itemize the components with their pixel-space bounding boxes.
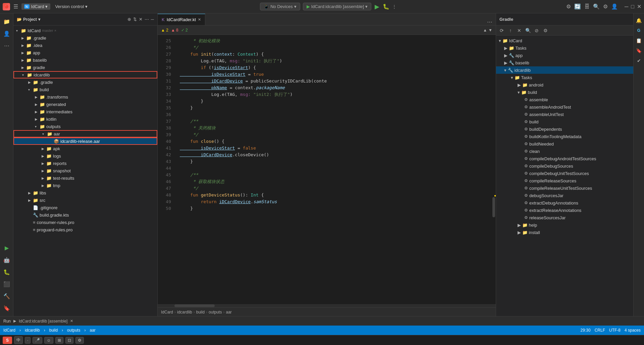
- rtree-debugsourcesjar[interactable]: ⚙ debugSourcesJar: [496, 192, 633, 199]
- sync-icon[interactable]: 🔄: [574, 3, 581, 10]
- activity-bug-icon[interactable]: 🐛: [1, 267, 12, 277]
- rtree-android[interactable]: ▶ 📁 android: [496, 81, 633, 89]
- tree-item-proguard-rules[interactable]: ≡ proguard-rules.pro: [13, 226, 157, 233]
- database-icon[interactable]: 🗄: [584, 4, 590, 10]
- rtree-extractreleaseannotations[interactable]: ⚙ extractReleaseAnnotations: [496, 207, 633, 214]
- status-position[interactable]: 29:30: [581, 328, 591, 333]
- tree-item-gitignore[interactable]: 📄 .gitignore: [13, 204, 157, 211]
- collapse-code-icon[interactable]: ▼: [488, 28, 492, 33]
- minimize-sidebar-icon[interactable]: ─: [151, 17, 154, 22]
- editor-scrollbar[interactable]: [492, 35, 496, 304]
- status-project[interactable]: IdCard: [3, 328, 15, 333]
- status-indent[interactable]: 4 spaces: [625, 328, 641, 333]
- rtree-idcard[interactable]: ▾ 📁 IdCard: [496, 37, 633, 44]
- find-usages-icon[interactable]: ⚙: [566, 3, 571, 10]
- tree-item-logs[interactable]: ▶ 📁 logs: [13, 152, 157, 160]
- status-aar[interactable]: aar: [90, 328, 95, 333]
- tree-item-reports[interactable]: ▶ 📁 reports: [13, 160, 157, 167]
- tree-item-idea[interactable]: ▶ 📁 .idea: [13, 42, 157, 49]
- status-encoding[interactable]: UTF-8: [609, 328, 621, 333]
- rtree-app[interactable]: ▶ 🔧 app: [496, 52, 633, 59]
- run-button[interactable]: ▶: [374, 2, 380, 11]
- ime-toolbar1-button[interactable]: ⊞: [55, 337, 63, 344]
- activity-vcs-icon[interactable]: 👤: [1, 28, 12, 39]
- editor-tab-idcardrader[interactable]: K IdCardRader.kt ✕: [158, 14, 205, 25]
- tree-item-consumer-rules[interactable]: ≡ consumer-rules.pro: [13, 219, 157, 226]
- rtree-compiledebugsorces[interactable]: ⚙ compileDebugSources: [496, 162, 633, 170]
- project-badge[interactable]: Ic IdCard ▾: [21, 3, 50, 10]
- tree-item-tmp[interactable]: ▶ 📁 tmp: [13, 182, 157, 189]
- status-outputs[interactable]: outputs: [67, 328, 80, 333]
- tree-item-outputs[interactable]: ▾ 📁 outputs: [13, 123, 157, 130]
- ime-lang-button[interactable]: 中: [14, 336, 23, 344]
- rtree-compiledebugandroidtestsources[interactable]: ⚙ compileDebugAndroidTestSources: [496, 155, 633, 162]
- activity-build-icon[interactable]: 🔨: [1, 291, 12, 301]
- version-control-button[interactable]: Version control ▾: [52, 3, 90, 10]
- close-sidebar-icon[interactable]: ✕: [139, 17, 143, 22]
- rtree-releasesourcesjar[interactable]: ⚙ releaseSourcesJar: [496, 214, 633, 221]
- account-icon[interactable]: 👤: [611, 3, 618, 10]
- tree-item-aar[interactable]: ▾ 📁 aar: [13, 130, 157, 137]
- settings-icon[interactable]: ⚙: [603, 3, 608, 10]
- tree-item-generated[interactable]: ▶ 📁 generated: [13, 101, 157, 108]
- breadcrumb-idcard[interactable]: IdCard: [161, 310, 173, 314]
- rtree-build-tasks[interactable]: ▾ 📁 build: [496, 89, 633, 96]
- activity-terminal-icon[interactable]: ⬛: [1, 279, 12, 289]
- tree-item-intermediates[interactable]: ▶ 📁 intermediates: [13, 108, 157, 115]
- tree-item-test-results[interactable]: ▶ 📁 test-results: [13, 174, 157, 182]
- project-dropdown-arrow[interactable]: ▾: [38, 17, 40, 22]
- activity-git-icon[interactable]: ⋯: [1, 40, 12, 51]
- activity-android-icon[interactable]: 🤖: [1, 254, 12, 265]
- gradle-expand-all-icon[interactable]: ↑: [507, 27, 514, 34]
- tree-item-idcardlib[interactable]: ▾ 📁 idcardlib: [13, 71, 157, 78]
- tree-item-idcardlib-gradle[interactable]: ▶ 📁 .gradle: [13, 78, 157, 86]
- activity-run-icon[interactable]: ▶: [1, 242, 12, 253]
- rtree-help[interactable]: ▶ 📁 help: [496, 221, 633, 229]
- tree-item-build-gradle[interactable]: 🔧 build.gradle.kts: [13, 211, 157, 219]
- rtree-install[interactable]: ▶ 📁 install: [496, 229, 633, 236]
- todo-icon[interactable]: ✔: [635, 56, 643, 65]
- search-icon[interactable]: 🔍: [593, 3, 600, 10]
- gradle-filter-icon[interactable]: ⊘: [533, 27, 540, 34]
- tree-item-app[interactable]: ▶ 📁 app: [13, 49, 157, 56]
- rtree-compiledebugunitestsources[interactable]: ⚙ compileDebugUnitTestSources: [496, 170, 633, 177]
- ime-emoji-button[interactable]: ☺: [44, 337, 53, 344]
- more-tabs-button[interactable]: ⋯: [484, 19, 496, 25]
- breadcrumb-aar[interactable]: aar: [226, 310, 231, 314]
- more-run-options[interactable]: ⋮: [392, 4, 396, 9]
- expand-code-icon[interactable]: ▲: [483, 28, 487, 33]
- rtree-baselib[interactable]: ▶ 🔧 baselib: [496, 59, 633, 66]
- rtree-extractdebugannotations[interactable]: ⚙ extractDebugAnnotations: [496, 199, 633, 207]
- tab-close-icon[interactable]: ✕: [198, 17, 201, 22]
- ime-toolbar2-button[interactable]: ⊡: [65, 337, 73, 344]
- bookmarks-icon[interactable]: 🔖: [635, 46, 643, 55]
- minimize-button[interactable]: ─: [625, 4, 628, 10]
- hamburger-button[interactable]: ☰: [12, 2, 19, 11]
- status-line-ending[interactable]: CRLF: [595, 328, 605, 333]
- rtree-assembleunittest[interactable]: ⚙ assembleUnitTest: [496, 111, 633, 118]
- structure-icon[interactable]: 📋: [635, 36, 643, 45]
- tree-item-libs[interactable]: ▶ 📁 libs: [13, 189, 157, 196]
- expand-all-icon[interactable]: ⇅: [133, 17, 137, 22]
- tree-item-build[interactable]: ▾ 📁 build: [13, 86, 157, 93]
- rtree-idcardlib[interactable]: ▾ 🔧 idcardlib: [496, 66, 633, 74]
- scrollbar-thumb[interactable]: [492, 197, 495, 217]
- maximize-button[interactable]: □: [631, 4, 634, 10]
- rtree-builddependents[interactable]: ⚙ buildDependents: [496, 125, 633, 133]
- gradle-right-icon[interactable]: G: [635, 26, 643, 35]
- horizontal-scrollbar[interactable]: [158, 304, 496, 307]
- debug-button[interactable]: 🐛: [383, 3, 389, 10]
- tree-item-baselib[interactable]: ▶ 📁 baselib: [13, 56, 157, 64]
- ime-mic-button[interactable]: 🎤: [33, 337, 42, 344]
- ime-punct-button[interactable]: ·: [25, 337, 31, 344]
- gradle-settings-icon[interactable]: ⚙: [542, 27, 549, 34]
- breadcrumb-build[interactable]: build: [196, 310, 205, 314]
- close-button[interactable]: ✕: [637, 3, 641, 10]
- tree-item-kotlin[interactable]: ▶ 📁 kotlin: [13, 115, 157, 123]
- gradle-collapse-all-icon[interactable]: ✕: [516, 27, 523, 34]
- tree-item-aar-file[interactable]: 📦 idcardlib-release.aar: [13, 137, 157, 145]
- no-devices-button[interactable]: 📱 No Devices ▾: [260, 3, 300, 10]
- notifications-icon[interactable]: 🔔: [635, 16, 643, 25]
- breadcrumb-idcardlib[interactable]: idcardlib: [177, 310, 192, 314]
- sougou-icon[interactable]: S: [3, 337, 12, 344]
